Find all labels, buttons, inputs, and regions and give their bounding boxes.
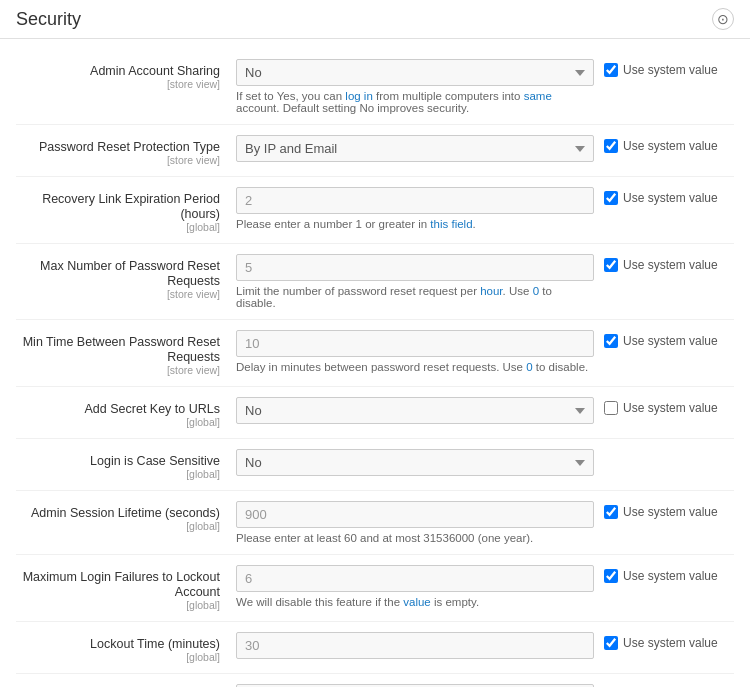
select-login-case-sensitive[interactable]: NoYes bbox=[236, 449, 594, 476]
input-max-password-reset-requests[interactable] bbox=[236, 254, 594, 281]
form-container: Admin Account Sharing [store view] NoYes… bbox=[0, 39, 750, 687]
use-system-checkbox-add-secret-key[interactable] bbox=[604, 401, 618, 415]
field-scope-lockout-time: [global] bbox=[16, 651, 220, 663]
form-row-add-secret-key: Add Secret Key to URLs [global] NoYes Us… bbox=[16, 387, 734, 439]
use-system-checkbox-recovery-link-expiration[interactable] bbox=[604, 191, 618, 205]
input-min-time-between-resets[interactable] bbox=[236, 330, 594, 357]
field-label-password-reset-protection-type: Password Reset Protection Type bbox=[39, 140, 220, 154]
use-system-label-max-login-failures: Use system value bbox=[623, 569, 718, 583]
field-label-add-secret-key: Add Secret Key to URLs bbox=[85, 402, 220, 416]
select-add-secret-key[interactable]: NoYes bbox=[236, 397, 594, 424]
use-system-checkbox-password-reset-protection-type[interactable] bbox=[604, 139, 618, 153]
form-row-lockout-time: Lockout Time (minutes) [global] Use syst… bbox=[16, 622, 734, 674]
form-row-max-login-failures: Maximum Login Failures to Lockout Accoun… bbox=[16, 555, 734, 622]
field-scope-login-case-sensitive: [global] bbox=[16, 468, 220, 480]
use-system-checkbox-max-password-reset-requests[interactable] bbox=[604, 258, 618, 272]
input-password-lifetime[interactable] bbox=[236, 684, 594, 687]
select-password-reset-protection-type[interactable]: By IP and EmailBy IPBy EmailNone bbox=[236, 135, 594, 162]
use-system-label-recovery-link-expiration: Use system value bbox=[623, 191, 718, 205]
form-row-password-reset-protection-type: Password Reset Protection Type [store vi… bbox=[16, 125, 734, 177]
form-row-recovery-link-expiration: Recovery Link Expiration Period (hours) … bbox=[16, 177, 734, 244]
hint-link[interactable]: 0 bbox=[533, 285, 539, 297]
page-header: Security ⊙ bbox=[0, 0, 750, 39]
hint-link[interactable]: log in bbox=[345, 90, 373, 102]
input-admin-session-lifetime[interactable] bbox=[236, 501, 594, 528]
form-row-max-password-reset-requests: Max Number of Password Reset Requests [s… bbox=[16, 244, 734, 320]
page-title: Security bbox=[16, 9, 81, 30]
collapse-button[interactable]: ⊙ bbox=[712, 8, 734, 30]
use-system-checkbox-admin-session-lifetime[interactable] bbox=[604, 505, 618, 519]
use-system-checkbox-admin-account-sharing[interactable] bbox=[604, 63, 618, 77]
field-scope-min-time-between-resets: [store view] bbox=[16, 364, 220, 376]
select-admin-account-sharing[interactable]: NoYes bbox=[236, 59, 594, 86]
field-scope-recovery-link-expiration: [global] bbox=[16, 221, 220, 233]
field-label-admin-account-sharing: Admin Account Sharing bbox=[90, 64, 220, 78]
field-label-lockout-time: Lockout Time (minutes) bbox=[90, 637, 220, 651]
use-system-checkbox-min-time-between-resets[interactable] bbox=[604, 334, 618, 348]
use-system-label-password-reset-protection-type: Use system value bbox=[623, 139, 718, 153]
form-row-min-time-between-resets: Min Time Between Password Reset Requests… bbox=[16, 320, 734, 387]
hint-link[interactable]: value bbox=[403, 596, 431, 608]
field-hint: Please enter a number 1 or greater in th… bbox=[236, 218, 594, 230]
form-row-login-case-sensitive: Login is Case Sensitive [global] NoYes bbox=[16, 439, 734, 491]
hint-link[interactable]: same bbox=[524, 90, 552, 102]
hint-link[interactable]: 0 bbox=[526, 361, 532, 373]
use-system-label-add-secret-key: Use system value bbox=[623, 401, 718, 415]
use-system-label-lockout-time: Use system value bbox=[623, 636, 718, 650]
use-system-label-min-time-between-resets: Use system value bbox=[623, 334, 718, 348]
field-scope-admin-session-lifetime: [global] bbox=[16, 520, 220, 532]
field-hint: Delay in minutes between password reset … bbox=[236, 361, 594, 373]
form-row-admin-account-sharing: Admin Account Sharing [store view] NoYes… bbox=[16, 49, 734, 125]
field-hint: Please enter at least 60 and at most 315… bbox=[236, 532, 594, 544]
use-system-label-max-password-reset-requests: Use system value bbox=[623, 258, 718, 272]
field-label-max-password-reset-requests: Max Number of Password Reset Requests bbox=[40, 259, 220, 288]
field-hint: We will disable this feature if the valu… bbox=[236, 596, 594, 608]
field-scope-password-reset-protection-type: [store view] bbox=[16, 154, 220, 166]
field-label-min-time-between-resets: Min Time Between Password Reset Requests bbox=[23, 335, 220, 364]
field-hint: Limit the number of password reset reque… bbox=[236, 285, 594, 309]
use-system-checkbox-lockout-time[interactable] bbox=[604, 636, 618, 650]
input-lockout-time[interactable] bbox=[236, 632, 594, 659]
form-row-admin-session-lifetime: Admin Session Lifetime (seconds) [global… bbox=[16, 491, 734, 555]
hint-link[interactable]: this field bbox=[430, 218, 472, 230]
field-label-login-case-sensitive: Login is Case Sensitive bbox=[90, 454, 220, 468]
field-hint: If set to Yes, you can log in from multi… bbox=[236, 90, 594, 114]
field-scope-add-secret-key: [global] bbox=[16, 416, 220, 428]
input-recovery-link-expiration[interactable] bbox=[236, 187, 594, 214]
use-system-label-admin-account-sharing: Use system value bbox=[623, 63, 718, 77]
hint-link[interactable]: hour bbox=[480, 285, 502, 297]
field-label-admin-session-lifetime: Admin Session Lifetime (seconds) bbox=[31, 506, 220, 520]
form-row-password-lifetime: Password Lifetime (days) [global] We wil… bbox=[16, 674, 734, 687]
use-system-label-admin-session-lifetime: Use system value bbox=[623, 505, 718, 519]
field-scope-admin-account-sharing: [store view] bbox=[16, 78, 220, 90]
field-label-recovery-link-expiration: Recovery Link Expiration Period (hours) bbox=[42, 192, 220, 221]
field-label-max-login-failures: Maximum Login Failures to Lockout Accoun… bbox=[23, 570, 220, 599]
field-scope-max-password-reset-requests: [store view] bbox=[16, 288, 220, 300]
input-max-login-failures[interactable] bbox=[236, 565, 594, 592]
use-system-checkbox-max-login-failures[interactable] bbox=[604, 569, 618, 583]
field-scope-max-login-failures: [global] bbox=[16, 599, 220, 611]
